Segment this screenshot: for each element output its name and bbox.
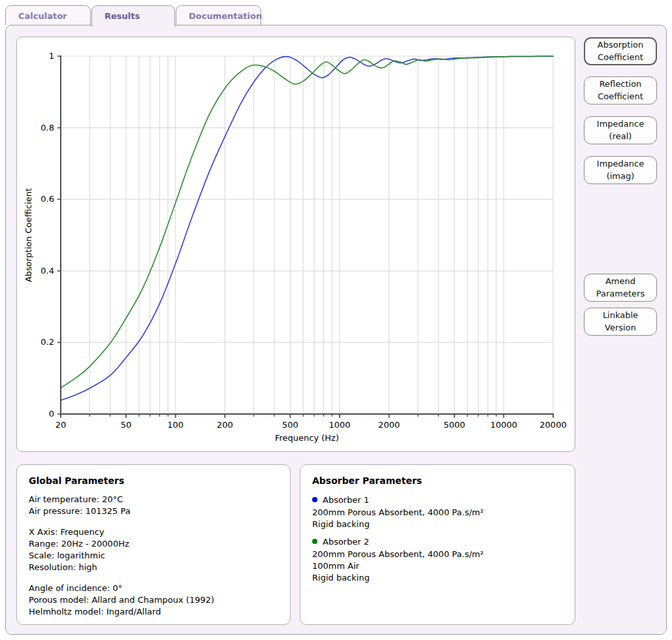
- param-air-temperature: Air temperature: 20°C: [29, 494, 278, 505]
- param-helmholtz-model: Helmholtz model: Ingard/Allard: [29, 606, 278, 618]
- svg-text:100: 100: [167, 420, 184, 430]
- absorber-1-layer: 200mm Porous Absorbent, 4000 Pa.s/m²: [312, 507, 563, 519]
- absorber-2-header: Absorber 2: [312, 536, 563, 549]
- svg-text:20: 20: [56, 420, 67, 430]
- absorber-1-legend-dot: [312, 497, 317, 502]
- absorber-parameters-title: Absorber Parameters: [312, 475, 563, 486]
- param-spacer: [29, 517, 278, 526]
- absorber-2-legend-dot: [312, 539, 317, 544]
- impedance-imag-button[interactable]: Impedance (imag): [584, 156, 657, 184]
- chart-panel: 2050100200500100020005000100002000000.20…: [16, 37, 575, 452]
- reflection-coefficient-button[interactable]: Reflection Coefficient: [584, 76, 657, 104]
- absorber-2-air-gap: 100mm Air: [312, 560, 563, 572]
- svg-text:2000: 2000: [378, 420, 400, 430]
- amend-parameters-button[interactable]: Amend Parameters: [584, 274, 657, 302]
- linkable-version-button[interactable]: Linkable Version: [584, 308, 657, 336]
- svg-text:10000: 10000: [490, 420, 517, 430]
- absorber-2-layer: 200mm Porous Absorbent, 4000 Pa.s/m²: [312, 549, 563, 560]
- results-container: 2050100200500100020005000100002000000.20…: [5, 25, 667, 635]
- svg-text:500: 500: [282, 420, 298, 430]
- svg-text:0.8: 0.8: [40, 123, 54, 133]
- param-x-axis: X Axis: Frequency: [29, 526, 278, 538]
- svg-text:0.6: 0.6: [40, 194, 54, 204]
- svg-text:20000: 20000: [539, 420, 566, 430]
- svg-text:0.4: 0.4: [40, 266, 54, 276]
- param-spacer: [29, 573, 278, 583]
- tab-calculator[interactable]: Calculator: [5, 5, 91, 25]
- param-porous-model: Porous model: Allard and Champoux (1992): [29, 594, 278, 606]
- global-parameters-title: Global Parameters: [29, 475, 278, 486]
- absorber-1-backing: Rigid backing: [312, 519, 563, 530]
- svg-text:5000: 5000: [443, 420, 465, 430]
- svg-text:0: 0: [49, 409, 54, 419]
- param-angle-of-incidence: Angle of incidence: 0°: [29, 583, 278, 594]
- svg-text:Frequency (Hz): Frequency (Hz): [275, 433, 339, 443]
- svg-text:50: 50: [121, 420, 132, 430]
- svg-text:0.2: 0.2: [40, 337, 54, 347]
- tab-results[interactable]: Results: [91, 5, 175, 27]
- absorber-1-header: Absorber 1: [312, 494, 563, 507]
- tab-documentation[interactable]: Documentation: [176, 5, 261, 25]
- absorption-chart: 2050100200500100020005000100002000000.20…: [17, 37, 575, 451]
- param-range: Range: 20Hz - 20000Hz: [29, 538, 278, 550]
- global-parameters-panel: Global Parameters Air temperature: 20°C …: [16, 464, 291, 625]
- absorber-1-name: Absorber 1: [323, 495, 369, 505]
- absorption-coefficient-button[interactable]: Absorption Coefficient: [584, 37, 657, 65]
- absorber-parameters-panel: Absorber Parameters Absorber 1 200mm Por…: [300, 464, 575, 625]
- absorber-2-backing: Rigid backing: [312, 572, 563, 584]
- param-scale: Scale: logarithmic: [29, 550, 278, 562]
- impedance-real-button[interactable]: Impedance (real): [584, 116, 657, 144]
- svg-text:200: 200: [217, 420, 233, 430]
- param-resolution: Resolution: high: [29, 562, 278, 573]
- svg-text:1: 1: [49, 51, 54, 61]
- svg-text:1000: 1000: [328, 420, 350, 430]
- absorber-2-name: Absorber 2: [323, 537, 369, 547]
- svg-text:Absorption Coefficient: Absorption Coefficient: [24, 188, 33, 282]
- param-air-pressure: Air pressure: 101325 Pa: [29, 505, 278, 517]
